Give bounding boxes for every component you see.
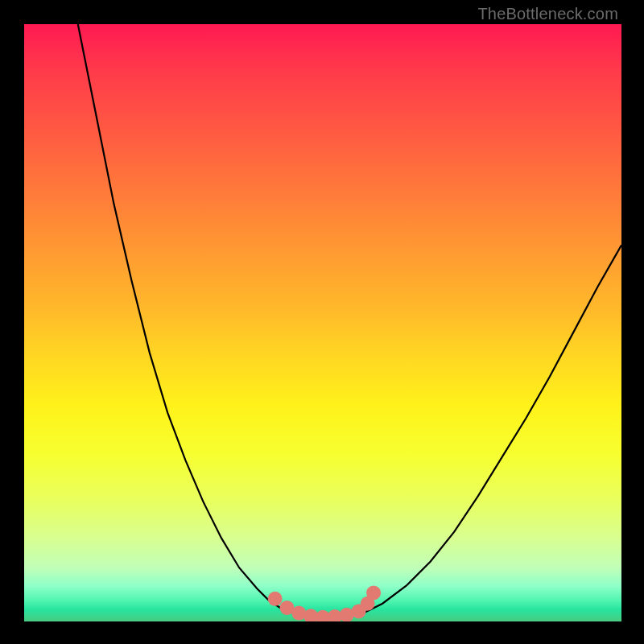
chart-svg <box>24 24 621 621</box>
watermark-text: TheBottleneck.com <box>477 5 618 23</box>
highlight-dots <box>268 585 381 621</box>
highlight-dot <box>366 585 381 600</box>
plot-area <box>24 24 621 621</box>
outer-frame: TheBottleneck.com <box>0 0 644 644</box>
curve-right <box>365 246 621 613</box>
highlight-dot <box>268 592 283 606</box>
curve-left <box>78 24 293 613</box>
